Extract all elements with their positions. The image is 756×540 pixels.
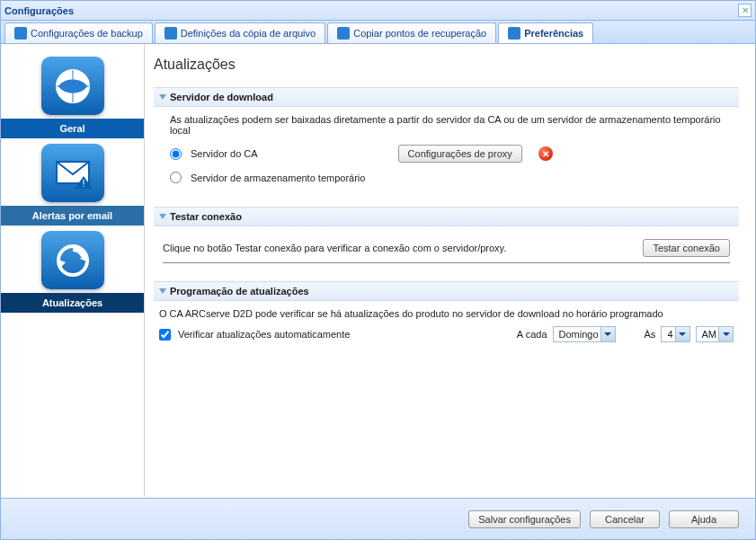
sidebar-item-email[interactable]: ! Alertas por email [1, 138, 144, 226]
radio-label: Servidor do CA [191, 148, 258, 159]
schedule-description: O CA ARCserve D2D pode verificar se há a… [159, 308, 734, 319]
radio-staging-server[interactable]: Servidor de armazenamento temporário [170, 172, 365, 183]
auto-check-checkbox[interactable] [159, 329, 171, 341]
divider [163, 262, 730, 263]
radio-staging-input[interactable] [170, 172, 182, 183]
hour-value: 4 [667, 329, 672, 340]
radio-label: Servidor de armazenamento temporário [191, 173, 365, 183]
svg-text:!: ! [82, 178, 84, 189]
updates-icon [41, 231, 104, 289]
tab-label: Copiar pontos de recuperação [353, 28, 486, 39]
ampm-value: AM [702, 329, 717, 340]
email-alert-icon: ! [41, 144, 104, 202]
tab-preferences[interactable]: Preferências [498, 22, 593, 43]
section-title: Programação de atualizações [170, 286, 309, 297]
cancel-button[interactable]: Cancelar [590, 510, 660, 528]
footer: Salvar configurações Cancelar Ajuda [1, 498, 755, 539]
sidebar-label: Alertas por email [1, 206, 144, 226]
radio-ca-server[interactable]: Servidor do CA [170, 148, 258, 160]
at-label: Às [645, 329, 656, 340]
section-title: Servidor de download [170, 92, 273, 102]
tab-label: Definições da cópia de arquivo [181, 28, 316, 39]
section-title: Testar conexão [170, 211, 242, 222]
sidebar: Geral ! Alertas por email Atualizações [1, 44, 145, 497]
test-connection-body: Clique no botão Testar conexão para veri… [154, 226, 739, 272]
auto-check-label: Verificar atualizações automaticamente [178, 329, 350, 340]
chevron-down-icon [718, 327, 733, 341]
prefs-icon [508, 27, 520, 40]
recovery-icon [337, 27, 350, 40]
sidebar-item-general[interactable]: Geral [1, 51, 144, 138]
collapse-icon [159, 288, 166, 294]
sidebar-label: Atualizações [1, 293, 144, 313]
chevron-down-icon [675, 327, 689, 341]
close-icon[interactable]: ✕ [738, 4, 752, 17]
section-download-server[interactable]: Servidor de download [154, 87, 739, 107]
tab-backup[interactable]: Configurações de backup [4, 22, 153, 43]
tab-filecopy[interactable]: Definições da cópia de arquivo [155, 22, 325, 43]
ampm-select[interactable]: AM [696, 326, 734, 342]
tab-recovery[interactable]: Copiar pontos de recuperação [327, 22, 496, 43]
help-button[interactable]: Ajuda [669, 510, 739, 528]
collapse-icon [159, 214, 166, 219]
proxy-settings-button[interactable]: Configurações de proxy [398, 145, 522, 163]
hour-select[interactable]: 4 [661, 326, 689, 342]
page-title: Atualizações [154, 57, 739, 73]
section-update-schedule[interactable]: Programação de atualizações [154, 281, 739, 301]
tab-strip: Configurações de backup Definições da có… [1, 21, 755, 44]
radio-ca-input[interactable] [170, 148, 182, 160]
tab-label: Preferências [524, 28, 583, 39]
schedule-body: O CA ARCserve D2D pode verificar se há a… [154, 301, 739, 348]
day-select[interactable]: Domingo [553, 326, 616, 342]
every-label: A cada [517, 329, 547, 340]
test-description: Clique no botão Testar conexão para veri… [163, 243, 506, 253]
chevron-down-icon [600, 327, 615, 341]
save-button[interactable]: Salvar configurações [468, 510, 581, 528]
test-connection-button[interactable]: Testar conexão [643, 239, 730, 257]
section-test-connection[interactable]: Testar conexão [154, 207, 739, 226]
window-title: Configurações [4, 5, 74, 16]
backup-icon [14, 27, 27, 40]
main-panel: Atualizações Servidor de download As atu… [145, 44, 755, 497]
content: Geral ! Alertas por email Atualizações A… [1, 44, 755, 497]
sidebar-item-updates[interactable]: Atualizações [1, 226, 144, 313]
error-icon: ✕ [538, 146, 553, 161]
download-server-body: As atualizações podem ser baixadas diret… [154, 107, 739, 198]
filecopy-icon [165, 27, 177, 40]
day-value: Domingo [559, 329, 599, 340]
download-description: As atualizações podem ser baixadas diret… [170, 114, 734, 136]
globe-icon [41, 57, 104, 115]
collapse-icon [159, 94, 166, 100]
tab-label: Configurações de backup [31, 28, 143, 39]
title-bar: Configurações ✕ [1, 1, 755, 21]
sidebar-label: Geral [1, 119, 144, 138]
